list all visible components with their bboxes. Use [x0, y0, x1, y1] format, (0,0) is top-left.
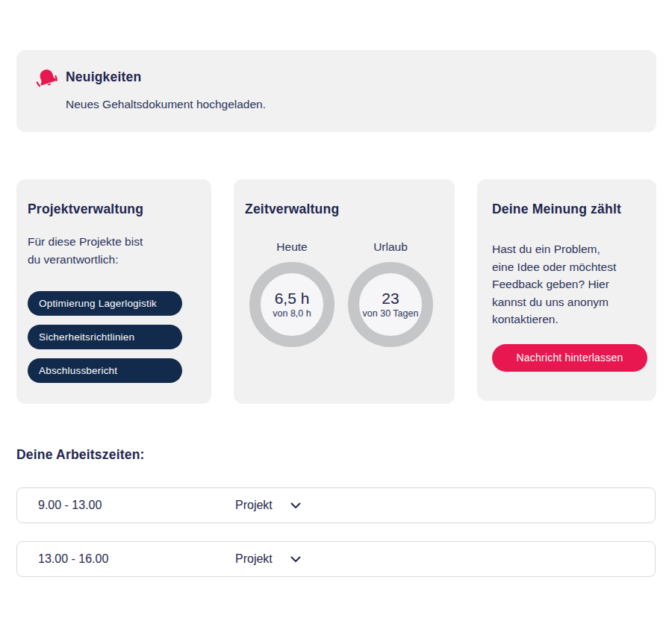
- gauge-value: 23: [382, 290, 399, 307]
- card-zeitverwaltung: Zeitverwaltung Heute 6,5 h von 8,0 h Url…: [234, 179, 455, 404]
- card-title: Projektverwaltung: [28, 202, 200, 217]
- dropdown-selected-value: Projekt: [235, 499, 273, 512]
- gauge-subtext: von 8,0 h: [273, 308, 311, 319]
- dropdown-selected-value: Projekt: [235, 552, 273, 566]
- cards-row: Projektverwaltung Für diese Projekte bis…: [16, 179, 656, 404]
- card-description: Hast du ein Problem, eine Idee oder möch…: [492, 240, 646, 328]
- card-title: Deine Meinung zählt: [492, 202, 646, 217]
- gauge-label: Heute: [249, 240, 335, 254]
- gauge-urlaub: Urlaub 23 von 30 Tagen: [348, 240, 433, 347]
- donut-ring-urlaub: 23 von 30 Tagen: [348, 262, 433, 347]
- gauge-row: Heute 6,5 h von 8,0 h Urlaub 23 von 30 T…: [234, 240, 455, 347]
- news-banner: Neuigkeiten Neues Gehaltsdokument hochge…: [16, 50, 656, 132]
- card-title: Zeitverwaltung: [245, 202, 455, 217]
- gauge-value: 6,5 h: [275, 290, 310, 307]
- project-category-dropdown[interactable]: Projekt: [235, 552, 301, 566]
- chevron-down-icon: [290, 556, 301, 563]
- gauge-label: Urlaub: [348, 240, 433, 254]
- bell-ring-icon: [34, 66, 60, 91]
- gauge-heute: Heute 6,5 h von 8,0 h: [249, 240, 335, 347]
- leave-message-button[interactable]: Nachricht hinterlassen: [492, 344, 647, 372]
- card-projektverwaltung: Projektverwaltung Für diese Projekte bis…: [16, 179, 211, 404]
- worktimes-heading: Deine Arbeitszeiten:: [16, 447, 145, 463]
- donut-ring-heute: 6,5 h von 8,0 h: [249, 262, 335, 347]
- dashboard-page: Neuigkeiten Neues Gehaltsdokument hochge…: [0, 0, 672, 627]
- worktime-row: 13.00 - 16.00 Projekt: [16, 541, 656, 577]
- banner-message: Neues Gehaltsdokument hochgeladen.: [66, 98, 266, 111]
- chevron-down-icon: [290, 502, 301, 509]
- card-description: Für diese Projekte bist du verantwortlic…: [28, 233, 200, 268]
- worktime-range: 9.00 - 13.00: [38, 499, 235, 512]
- card-deine-meinung: Deine Meinung zählt Hast du ein Problem,…: [477, 179, 656, 401]
- project-pill[interactable]: Abschlussbericht: [28, 358, 182, 383]
- project-pill[interactable]: Sicherheitsrichtlinien: [28, 325, 182, 349]
- project-pill-list: Optimierung Lagerlogistik Sicherheitsric…: [28, 291, 200, 383]
- project-category-dropdown[interactable]: Projekt: [235, 499, 301, 512]
- worktime-range: 13.00 - 16.00: [38, 552, 235, 566]
- project-pill[interactable]: Optimierung Lagerlogistik: [28, 291, 182, 316]
- banner-title: Neuigkeiten: [66, 69, 141, 85]
- gauge-subtext: von 30 Tagen: [363, 308, 419, 319]
- worktime-row: 9.00 - 13.00 Projekt: [16, 487, 656, 523]
